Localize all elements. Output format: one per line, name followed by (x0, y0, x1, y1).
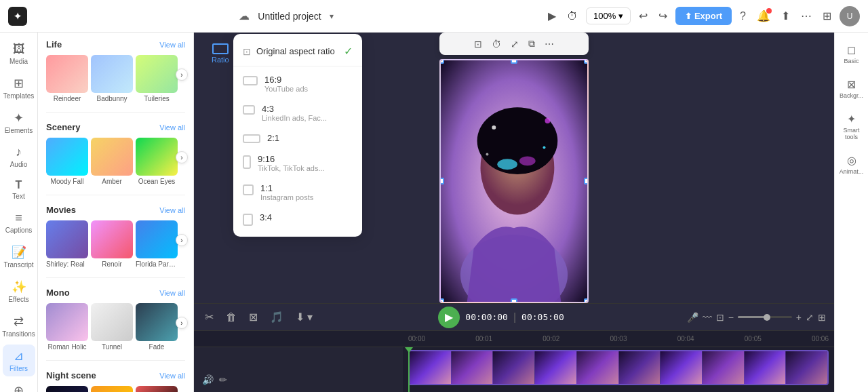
timeline-scissors-button[interactable]: ✂ (202, 308, 216, 326)
thumb-reindeer[interactable]: Reindeer (46, 55, 88, 102)
help-button[interactable]: ? (737, 7, 749, 25)
canvas-timer-button[interactable]: ⏱ (489, 36, 504, 52)
thumb-renoir[interactable]: Renoir (91, 220, 133, 268)
text-icon: T (16, 179, 22, 191)
scenery-next-button[interactable]: › (176, 151, 188, 163)
handle-top-mid[interactable] (511, 59, 517, 64)
canvas-more-button[interactable]: ⋯ (542, 36, 557, 52)
ratio-icon (212, 43, 229, 54)
timeline-delete-button[interactable]: 🗑 (223, 309, 239, 326)
thumb-roman[interactable]: Roman Holic (46, 303, 88, 351)
thumb-tunnel[interactable]: Tunnel (91, 303, 133, 351)
sidebar-item-transitions[interactable]: ⇄ Transitions (3, 310, 35, 342)
zoom-slider-thumb[interactable] (764, 314, 770, 321)
handle-bottom-right[interactable] (584, 298, 589, 303)
redo-button[interactable]: ↪ (656, 7, 670, 25)
timeline-download-button[interactable]: ⬇ ▾ (293, 308, 315, 326)
section-mono-viewall[interactable]: View all (159, 289, 185, 297)
timeline-zoom-slider[interactable] (738, 316, 792, 318)
play-button[interactable]: ▶ (545, 7, 559, 25)
movies-next-button[interactable]: › (176, 234, 188, 246)
track-volume-button[interactable]: 🔊 (202, 374, 214, 385)
section-life-viewall[interactable]: View all (159, 41, 185, 49)
share-button[interactable]: ⬆ (778, 7, 793, 25)
sidebar-item-templates[interactable]: ⊞ Templates (3, 72, 35, 104)
timeline-fullscreen-button[interactable]: ⤢ (806, 312, 814, 323)
canvas-image[interactable] (439, 59, 589, 303)
thumb-orange[interactable]: Orange Blue (136, 386, 178, 392)
track-edit-button[interactable]: ✏ (219, 374, 227, 385)
sidebar-item-captions[interactable]: ≡ Captions (3, 207, 35, 238)
canvas-pip-button[interactable]: ⧉ (526, 35, 538, 52)
dropdown-item-3-4[interactable]: 3:4 (233, 207, 362, 231)
sidebar-item-audio[interactable]: ♪ Audio (3, 141, 35, 172)
export-button[interactable]: ⬆ Export (675, 7, 732, 25)
sidebar-label-filters: Filters (9, 365, 28, 372)
thumb-warm[interactable]: Warm Yellow (91, 386, 133, 392)
handle-bottom-left[interactable] (439, 298, 444, 303)
video-strip[interactable]: 00:05:00 (408, 350, 829, 385)
handle-mid-right[interactable] (584, 178, 589, 184)
timeline-settings-button[interactable]: ⊞ (818, 312, 826, 323)
thumb-fade[interactable]: Fade (136, 303, 178, 351)
sidebar-item-filters[interactable]: ⊿ Filters (3, 345, 35, 376)
handle-mid-left[interactable] (439, 178, 444, 184)
thumb-nighty[interactable]: Nighty Night (46, 386, 88, 392)
timer-button[interactable]: ⏱ (564, 7, 580, 25)
sidebar-item-elements[interactable]: ✦ Elements (3, 106, 35, 138)
timeline-zoom-in-button[interactable]: + (796, 312, 802, 323)
thumb-ocean[interactable]: Ocean Eyes (136, 138, 178, 185)
layout-button[interactable]: ⊞ (820, 7, 834, 25)
timeline-split-button[interactable]: ⊠ (246, 308, 260, 326)
avatar[interactable]: U (840, 6, 860, 26)
handle-bottom-mid[interactable] (511, 298, 517, 303)
thumb-amber[interactable]: Amber (91, 138, 133, 185)
thumb-badbunny[interactable]: Badbunny (91, 55, 133, 102)
section-nightscene-header: Night scene View all (46, 370, 185, 380)
thumb-moody[interactable]: Moody Fall (46, 138, 88, 185)
dropdown-item-4-3[interactable]: 4:3 LinkedIn ads, Fac... (233, 98, 362, 128)
project-dropdown-icon[interactable]: ▾ (330, 12, 334, 21)
dropdown-item-1-1[interactable]: 1:1 Instagram posts (233, 178, 362, 207)
timeline-waveform-button[interactable]: 〰 (703, 312, 712, 323)
mono-next-button[interactable]: › (176, 317, 188, 329)
section-nightscene-viewall[interactable]: View all (159, 372, 185, 380)
right-panel-animate[interactable]: ◎ Animat... (837, 149, 867, 180)
dropdown-item-9-16[interactable]: 9:16 TikTok, TikTok ads... (233, 149, 362, 178)
timeline-ruler: 00:00 00:01 00:02 00:03 00:04 00:05 00:0… (403, 331, 834, 347)
section-movies-viewall[interactable]: View all (159, 206, 185, 214)
sidebar-item-effects[interactable]: ✨ Effects (3, 275, 35, 307)
sidebar-item-media[interactable]: 🖼 Media (3, 38, 35, 69)
right-panel-smarttools[interactable]: ✦ Smart tools (837, 107, 867, 146)
dropdown-item-16-9[interactable]: 16:9 YouTube ads (233, 69, 362, 98)
thumb-shirley[interactable]: Shirley: Real (46, 220, 88, 268)
thumb-tuileries[interactable]: Tuileries (136, 55, 178, 102)
right-panel-background[interactable]: ⊠ Backgr... (837, 73, 867, 104)
right-panel-basic[interactable]: ◻ Basic (837, 38, 867, 70)
timeline-mic-button[interactable]: 🎤 (687, 312, 698, 323)
life-next-button[interactable]: › (176, 68, 188, 81)
more-options-button[interactable]: ⋯ (798, 7, 814, 25)
sidebar-item-transcript[interactable]: 📝 Transcript (3, 241, 35, 273)
sidebar-item-plugins[interactable]: ⊕ Plugins (3, 379, 35, 392)
section-scenery-viewall[interactable]: View all (159, 123, 185, 132)
undo-button[interactable]: ↩ (636, 7, 650, 25)
divider-3 (46, 277, 185, 278)
timeline-captions-button[interactable]: ⊡ (716, 312, 724, 323)
sidebar-label-elements: Elements (5, 127, 33, 134)
thumb-florida[interactable]: Florida Para... (136, 220, 178, 268)
canvas-resize-button[interactable]: ⤢ (508, 36, 521, 52)
timeline-audio-button[interactable]: 🎵 (267, 308, 286, 326)
zoom-control[interactable]: 100% ▾ (586, 7, 631, 24)
ruler-mark-0: 00:00 (408, 335, 425, 342)
nightscene-thumbnails: Nighty Night Warm Yellow Orange Blue › (46, 386, 185, 392)
sidebar-item-text[interactable]: T Text (3, 175, 35, 204)
timeline-zoom-out-button[interactable]: − (728, 312, 734, 323)
topbar-left: ✦ (8, 7, 27, 26)
timeline-play-button[interactable]: ▶ (438, 307, 460, 328)
canvas-crop-button[interactable]: ⊡ (471, 36, 485, 52)
handle-top-right[interactable] (584, 59, 589, 64)
handle-top-left[interactable] (439, 59, 444, 64)
notifications-button[interactable]: 🔔 (754, 7, 773, 25)
dropdown-item-2-1[interactable]: 2:1 (233, 128, 362, 149)
